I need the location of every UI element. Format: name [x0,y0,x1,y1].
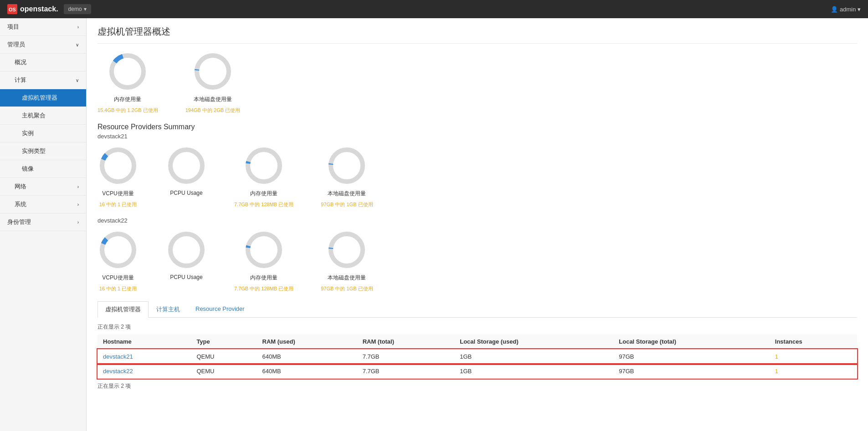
table-row: devstack22 QEMU 640MB 7.7GB 1GB 97GB 1 [98,364,857,379]
devstack22-vcpu-chart: VCPU使用量 16 中的 1 已使用 [98,229,139,292]
page-title: 虚拟机管理器概述 [98,18,857,44]
demo-dropdown-button[interactable]: demo ▾ [64,4,91,14]
topbar: OS openstack. demo ▾ 👤 admin ▾ [0,0,868,18]
provider-name-devstack22: devstack22 [98,217,857,224]
cell-local-used-2: 1GB [454,364,613,379]
localdisk-donut [326,145,367,186]
mem-sublabel-2: 7.7GB 中的 128MB 已使用 [234,285,293,292]
cell-instances-1: 1 [770,349,857,364]
main-layout: 项目 › 管理员 ∨ 概况 计算 ∨ 虚拟机管理器 主机聚合 实例 实例类型 镜… [0,18,868,431]
chevron-right-icon: › [77,202,79,207]
svg-text:OS: OS [9,7,16,12]
sidebar: 项目 › 管理员 ∨ 概况 计算 ∨ 虚拟机管理器 主机聚合 实例 实例类型 镜… [0,18,87,431]
svg-point-16 [248,234,280,266]
vcpu-donut [98,145,139,186]
svg-point-15 [170,234,202,266]
overview-charts-row: 内存使用量 15.4GB 中的 1.2GB 已使用 本地磁盘使用量 194GB … [98,51,857,114]
cell-hostname-1: devstack21 [98,349,191,364]
vcpu-donut-2 [98,229,139,270]
sidebar-item-admin[interactable]: 管理员 ∨ [0,36,86,54]
mem-label-2: 内存使用量 [250,274,277,282]
chevron-down-icon: ▾ [84,6,87,12]
table-row: devstack21 QEMU 640MB 7.7GB 1GB 97GB 1 [98,349,857,364]
disk-chart-item: 本地磁盘使用量 194GB 中的 2GB 已使用 [185,51,240,114]
col-ram-used: RAM (used) [257,335,357,349]
svg-point-9 [248,150,280,182]
sidebar-item-label: 虚拟机管理器 [22,94,57,102]
localdisk-donut-2 [326,229,367,270]
pcpu-donut [166,145,207,186]
sidebar-item-hypervisors[interactable]: 虚拟机管理器 [0,89,86,107]
disk-donut [192,51,233,92]
devstack21-charts: VCPU使用量 16 中的 1 已使用 PCPU Usage [98,145,857,208]
provider-name-devstack21: devstack21 [98,133,857,140]
tab-compute-hosts-label: 计算主机 [156,306,180,313]
svg-point-13 [102,234,134,266]
tab-compute-hosts[interactable]: 计算主机 [149,301,188,318]
sidebar-item-project[interactable]: 项目 › [0,18,86,36]
user-icon: 👤 [831,6,838,13]
tab-hypervisors[interactable]: 虚拟机管理器 [98,301,149,318]
sidebar-item-network[interactable]: 网络 › [0,178,86,196]
instances-value-1: 1 [775,353,778,360]
sidebar-item-label: 身份管理 [7,218,31,226]
localdisk-label-2: 本地磁盘使用量 [328,274,366,282]
chevron-down-icon: ∨ [76,42,79,47]
devstack22-mem-chart: 内存使用量 7.7GB 中的 128MB 已使用 [234,229,293,292]
disk-chart-sublabel: 194GB 中的 2GB 已使用 [185,107,240,114]
sidebar-item-system[interactable]: 系统 › [0,196,86,213]
mem-label: 内存使用量 [250,190,277,198]
pcpu-label-2: PCPU Usage [170,274,202,280]
chevron-right-icon: › [77,220,79,225]
localdisk-sublabel: 97GB 中的 1GB 已使用 [321,201,373,208]
hostname-link-2[interactable]: devstack22 [103,368,133,375]
sidebar-item-host-aggregates[interactable]: 主机聚合 [0,107,86,125]
memory-donut [107,51,148,92]
disk-chart-label: 本地磁盘使用量 [194,96,232,103]
hypervisors-table: Hostname Type RAM (used) RAM (total) Loc… [98,335,857,379]
instances-value-2: 1 [775,368,778,375]
sidebar-item-instances[interactable]: 实例 [0,125,86,142]
devstack21-pcpu-chart: PCPU Usage [166,145,207,208]
sidebar-item-identity[interactable]: 身份管理 › [0,213,86,231]
sidebar-item-overview[interactable]: 概况 [0,54,86,71]
cell-type-1: QEMU [191,349,257,364]
sidebar-item-flavors[interactable]: 实例类型 [0,142,86,160]
memory-chart-sublabel: 15.4GB 中的 1.2GB 已使用 [98,107,158,114]
logo: OS openstack. [7,4,58,14]
sidebar-item-label: 系统 [15,200,26,208]
col-ram-total: RAM (total) [357,335,455,349]
vcpu-sublabel-2: 16 中的 1 已使用 [99,285,137,292]
sidebar-item-label: 镜像 [22,165,34,173]
provider-devstack21: devstack21 VCPU使用量 16 中的 1 已使用 [98,133,857,208]
admin-menu[interactable]: 👤 admin ▾ [831,6,861,13]
cell-local-used-1: 1GB [454,349,613,364]
pcpu-donut-2 [166,229,207,270]
openstack-logo-icon: OS [7,4,17,14]
hostname-link-1[interactable]: devstack21 [103,353,133,360]
tab-resource-provider-label: Resource Provider [195,305,245,312]
admin-label: admin [840,6,856,13]
cell-local-total-2: 97GB [613,364,769,379]
resource-providers-section: Resource Providers Summary devstack21 VC… [98,123,857,292]
cell-ram-total-1: 7.7GB [357,349,455,364]
sidebar-item-label: 概况 [15,58,26,66]
col-hostname: Hostname [98,335,191,349]
sidebar-item-compute[interactable]: 计算 ∨ [0,71,86,89]
cell-ram-used-2: 640MB [257,364,357,379]
sidebar-item-label: 计算 [15,76,26,84]
svg-point-8 [170,150,202,182]
table-info-top: 正在显示 2 项 [98,323,857,331]
sidebar-item-label: 网络 [15,183,26,191]
sidebar-item-images[interactable]: 镜像 [0,160,86,178]
localdisk-label: 本地磁盘使用量 [328,190,366,198]
svg-point-4 [197,56,229,87]
svg-point-18 [331,234,363,266]
pcpu-label: PCPU Usage [170,190,202,196]
chevron-down-icon: ∨ [76,78,79,83]
tab-resource-provider[interactable]: Resource Provider [188,301,252,318]
tab-hypervisors-label: 虚拟机管理器 [105,306,141,313]
col-type: Type [191,335,257,349]
memory-chart-label: 内存使用量 [114,96,141,103]
sidebar-item-label: 实例 [22,129,34,137]
